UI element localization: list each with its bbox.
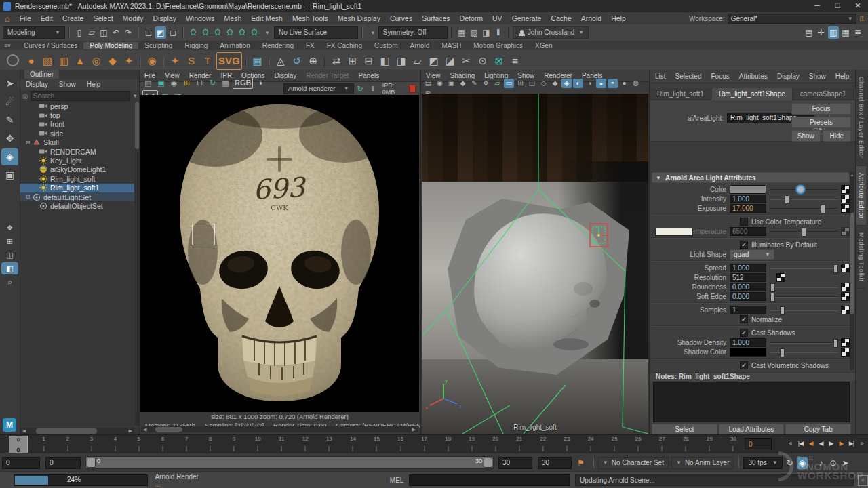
step-forward-frame-button[interactable]: ▶| (846, 437, 856, 449)
select-button[interactable]: Select (652, 424, 717, 435)
keep-image-icon[interactable]: ⊞ (181, 77, 193, 88)
anim-layer-dropdown[interactable]: ▼No Anim Layer (671, 457, 734, 469)
set-key-icon[interactable]: ⚑ (577, 458, 585, 468)
scale-tool[interactable]: ▣ (1, 167, 18, 184)
save-scene-icon[interactable]: ◫ (98, 26, 109, 39)
attribute-editor-toggle-icon[interactable]: ▥ (828, 26, 839, 39)
slider-exposure[interactable] (770, 204, 837, 212)
bookmark-icon[interactable]: ◆ (458, 79, 468, 88)
outliner-item-front[interactable]: front (20, 120, 134, 129)
menu-set-dropdown[interactable]: Modeling▼ (3, 26, 65, 39)
select-camera-icon[interactable]: ▤ (423, 79, 433, 88)
menu-item-display[interactable]: Display (149, 14, 181, 22)
notes-textarea[interactable] (653, 382, 850, 422)
ipr-stop-button[interactable] (409, 85, 416, 93)
reset-transform-icon[interactable]: ↺ (290, 53, 304, 69)
menu-item-uv[interactable]: UV (488, 14, 507, 22)
focus-button[interactable]: Focus (791, 103, 851, 115)
map-button-spread[interactable] (841, 264, 850, 272)
layout-four-pane[interactable]: ⊞ (1, 235, 18, 247)
menu-item-mesh-display[interactable]: Mesh Display (333, 14, 385, 22)
shelf-tab-motion-graphics[interactable]: Motion Graphics (467, 42, 529, 49)
value-field-shadow-density[interactable]: 1.000 (730, 338, 766, 347)
range-start-handle[interactable] (87, 458, 96, 468)
boolean-difference-icon[interactable]: ◨ (394, 53, 409, 69)
time-slider[interactable]: 0 0 123456789101112131415161718192021222… (0, 434, 868, 453)
home-icon[interactable]: ⌂ (0, 14, 15, 24)
map-button-intensity[interactable] (841, 195, 850, 203)
sidebar-tab-modeling-toolkit[interactable]: Modeling Toolkit (856, 226, 866, 289)
menu-item-mesh[interactable]: Mesh (220, 14, 247, 22)
slider-shadow-color[interactable] (770, 348, 837, 356)
poly-cone-icon[interactable]: ▲ (73, 53, 87, 69)
construction-aim-icon[interactable]: ◬ (273, 53, 288, 69)
shelf-tab-animation[interactable]: Animation (214, 42, 256, 49)
map-button-roundness[interactable] (841, 283, 850, 291)
select-hierarchy-icon[interactable]: ◻ (143, 26, 154, 39)
current-time-field[interactable]: 0 (745, 438, 772, 449)
fps-dropdown[interactable]: 30 fps▼ (743, 457, 782, 469)
menu-item-edit[interactable]: Edit (36, 14, 58, 22)
map-button-color[interactable] (841, 185, 850, 194)
move-tool[interactable]: ✥ (1, 130, 18, 147)
shelf-tab-sculpting[interactable]: Sculpting (138, 42, 178, 49)
menu-item-mesh-tools[interactable]: Mesh Tools (288, 14, 333, 22)
select-tool[interactable]: ➤ (1, 75, 18, 92)
map-button-resolution[interactable] (776, 273, 785, 282)
map-button-shadow-color[interactable] (841, 348, 850, 357)
slider-soft-edge[interactable] (770, 292, 837, 300)
step-back-key-button[interactable]: ◀ (806, 437, 816, 449)
menu-item-focus[interactable]: Focus (706, 70, 734, 83)
menu-item-help[interactable]: Help (81, 79, 106, 90)
playback-start-field[interactable]: 0 (45, 457, 81, 469)
layout-single-pane[interactable]: ❖ (1, 222, 18, 234)
menu-item-create[interactable]: Create (58, 14, 89, 22)
poly-plane-icon[interactable]: ◆ (105, 53, 120, 69)
single-pane-icon[interactable]: ▭ (504, 79, 514, 88)
ipr-pause-icon[interactable]: ‖ (368, 83, 379, 94)
remove-image-icon[interactable]: ⊟ (194, 77, 205, 88)
value-field-resolution[interactable]: 512 (730, 273, 766, 282)
menu-item-panels[interactable]: Panels (354, 70, 384, 81)
new-scene-icon[interactable]: ▯ (74, 26, 85, 39)
snap-projected-center-icon[interactable]: Ω (224, 26, 235, 39)
extrude-icon[interactable]: ▱ (410, 53, 425, 69)
current-frame-indicator[interactable]: 0 0 (9, 436, 28, 454)
checkbox-cast-volumetric-shadows[interactable]: ✓ (740, 361, 748, 369)
slider-intensity[interactable] (770, 195, 837, 203)
step-forward-key-button[interactable]: ▶ (836, 437, 846, 449)
shelf-tab-curves-surfaces[interactable]: Curves / Surfaces (18, 42, 83, 49)
layout-outliner-persp[interactable]: ◧ (1, 262, 18, 274)
four-pane-icon[interactable]: ⊞ (515, 79, 526, 88)
shelf-tab-fx[interactable]: FX (300, 42, 321, 49)
value-field-temperature[interactable]: 6500 (730, 227, 766, 236)
channel-box-toggle-icon[interactable]: ≣ (852, 26, 863, 39)
super-shape-icon[interactable]: ✦ (167, 53, 182, 69)
outliner-search-input[interactable] (31, 92, 130, 101)
menu-item-attributes[interactable]: Attributes (734, 70, 772, 83)
outliner-item-key-light[interactable]: Key_Light (20, 156, 134, 165)
menu-item-selected[interactable]: Selected (671, 70, 707, 83)
zero-pivot-icon[interactable]: ⊕ (306, 53, 321, 69)
snap-view-plane-icon[interactable]: Ω (237, 26, 248, 39)
menu-item-show[interactable]: Show (54, 79, 81, 90)
map-button-shadow-density[interactable] (841, 338, 850, 347)
workspace-dropdown[interactable]: General*▼ (728, 14, 856, 24)
value-field-roundness[interactable]: 0.000 (730, 283, 766, 291)
outliner-item-rim-light-soft[interactable]: Rim_light_soft (20, 174, 134, 183)
ipr-refresh-icon[interactable]: ↻ (207, 77, 218, 88)
ao-icon[interactable]: ◒ (596, 79, 606, 88)
ae-tab-rim-light-soft1shape[interactable]: Rim_light_soft1Shape (712, 88, 792, 100)
loop-playback-icon[interactable]: ↻ (785, 457, 795, 469)
xray-icon[interactable]: ◍ (631, 79, 641, 88)
outliner-tab[interactable]: Outliner (24, 70, 59, 79)
snap-curve-icon[interactable]: Ω (200, 26, 211, 39)
open-scene-icon[interactable]: ▱ (86, 26, 97, 39)
value-field-intensity[interactable]: 1.000 (730, 195, 766, 203)
make-live-icon[interactable]: Ω (249, 26, 260, 39)
viewport-3d-view[interactable]: y x z Rim_light_soft (422, 94, 648, 434)
poly-disc-icon[interactable]: ✦ (121, 53, 136, 69)
copy-tab-button[interactable]: Copy Tab (785, 424, 851, 435)
slider-temperature[interactable] (770, 227, 837, 235)
animation-prefs-icon[interactable]: ➤ (840, 457, 851, 469)
